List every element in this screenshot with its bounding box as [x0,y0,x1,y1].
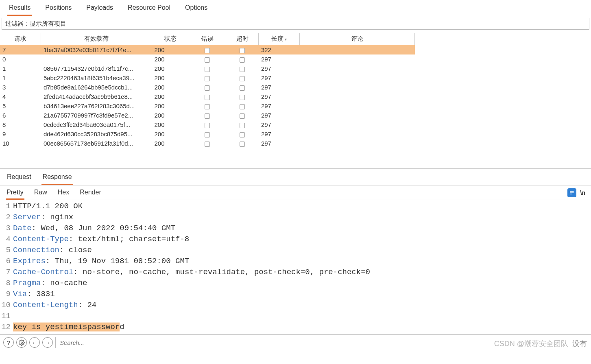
error-checkbox [205,113,210,119]
column-header-error[interactable]: 错误 [189,33,226,45]
table-row[interactable]: 3d7b85de8a16264bb95e5dccb1...200297 [0,83,415,92]
code-line-content[interactable]: Connection: close [13,245,591,256]
gear-icon [19,340,25,346]
error-checkbox [205,95,210,100]
code-line-content[interactable]: HTTP/1.1 200 OK [13,201,591,212]
error-checkbox [205,132,210,137]
view-tab-render[interactable]: Render [79,188,102,200]
line-number: 5 [0,245,13,256]
view-tab-hex[interactable]: Hex [57,188,70,200]
error-checkbox [205,48,210,53]
line-number: 8 [0,278,13,289]
line-number: 12 [0,322,13,333]
column-header-comment[interactable]: 评论 [300,33,415,45]
table-row[interactable]: 621a67557709997f7c3fd9e57e2...200297 [0,111,415,120]
code-line-content[interactable]: Via: 3831 [13,289,591,300]
message-actions-button[interactable] [567,188,576,197]
response-editor[interactable]: 1HTTP/1.1 200 OK2Server: nginx3Date: Wed… [0,200,591,334]
error-checkbox [205,104,210,109]
code-line-content[interactable]: Date: Wed, 08 Jun 2022 09:54:40 GMT [13,223,591,234]
table-row[interactable]: 15abc2220463a18f6351b4eca39...200297 [0,73,415,83]
code-line-content[interactable]: Content-Length: 24 [13,300,591,311]
error-checkbox [205,85,210,91]
line-number: 7 [0,267,13,278]
request-response-tabs: RequestResponse [0,169,591,185]
error-checkbox [205,123,210,128]
line-number: 4 [0,234,13,245]
table-row[interactable]: 0200297 [0,54,415,64]
rr-tab-response[interactable]: Response [41,172,73,185]
top-tab-resource-pool[interactable]: Resource Pool [126,2,172,16]
table-row[interactable]: 10856771154327e0b1d78f11f7c...200297 [0,64,415,73]
top-tab-payloads[interactable]: Payloads [85,2,115,16]
svg-point-3 [21,342,22,343]
view-tab-pretty[interactable]: Pretty [6,188,24,200]
code-line-content[interactable]: Server: nginx [13,212,591,223]
table-row[interactable]: 1000ec865657173eb5912fa31f0d...200297 [0,139,415,148]
code-line-content[interactable]: Pragma: no-cache [13,278,591,289]
column-header-request[interactable]: 请求 [0,33,41,45]
search-input[interactable] [55,337,226,348]
watermark-text: CSDN @潮蓉安全团队 没有 [494,339,587,349]
timeout-checkbox [240,142,245,147]
table-row[interactable]: 80cdcdc3ffc2d34ba603ea0175f...200297 [0,120,415,129]
settings-button[interactable] [16,337,27,348]
rr-tab-request[interactable]: Request [6,172,33,185]
code-line-content[interactable]: Content-Type: text/html; charset=utf-8 [13,234,591,245]
timeout-checkbox [240,48,245,53]
timeout-checkbox [240,85,245,91]
code-line-content[interactable]: Expires: Thu, 19 Nov 1981 08:52:00 GMT [13,256,591,267]
error-checkbox [205,142,210,147]
line-number: 1 [0,201,13,212]
view-tab-raw[interactable]: Raw [33,188,48,200]
search-next-button[interactable]: → [42,337,53,348]
timeout-checkbox [240,104,245,109]
top-tab-options[interactable]: Options [183,2,209,16]
code-line-content[interactable]: Cache-Control: no-store, no-cache, must-… [13,267,591,278]
table-row[interactable]: 9dde462d630cc35283bc875d95...200297 [0,129,415,139]
timeout-checkbox [240,132,245,137]
column-header-status[interactable]: 状态 [152,33,189,45]
results-table: 请求 有效载荷 状态 错误 超时 长度▾ 评论 71ba37af0032e03b… [0,33,415,148]
table-row[interactable]: 42feda414adaecbf3ac9b9b61e8...200297 [0,92,415,101]
line-number: 10 [0,300,13,311]
timeout-checkbox [240,95,245,100]
line-number: 11 [0,311,13,322]
newline-toggle[interactable]: \n [580,190,585,196]
code-line-content[interactable]: key is yestimeispassword [13,322,591,333]
table-row[interactable]: 71ba37af0032e03b0171c7f7f4e...200322 [0,45,415,55]
column-header-payload[interactable]: 有效载荷 [41,33,152,45]
top-tab-positions[interactable]: Positions [44,2,73,16]
timeout-checkbox [240,67,245,72]
error-checkbox [205,57,210,63]
sort-indicator-icon: ▾ [285,37,287,41]
error-checkbox [205,67,210,72]
line-number: 2 [0,212,13,223]
timeout-checkbox [240,113,245,119]
line-number: 6 [0,256,13,267]
code-line-content[interactable] [13,311,591,322]
help-button[interactable]: ? [3,337,14,348]
line-number: 9 [0,289,13,300]
column-header-timeout[interactable]: 超时 [226,33,259,45]
search-prev-button[interactable]: ← [29,337,40,348]
view-mode-tabs: PrettyRawHexRender [0,185,567,200]
line-number: 3 [0,223,13,234]
intruder-top-tabs: ResultsPositionsPayloadsResource PoolOpt… [0,0,591,16]
top-tab-results[interactable]: Results [7,2,32,16]
editor-footer: ? ← → CSDN @潮蓉安全团队 没有 [0,334,591,350]
timeout-checkbox [240,123,245,128]
timeout-checkbox [240,57,245,63]
timeout-checkbox [240,76,245,81]
error-checkbox [205,76,210,81]
column-header-length[interactable]: 长度▾ [259,33,300,45]
table-row[interactable]: 5b34613eee227a762f283c3065d...200297 [0,101,415,111]
results-filter-bar[interactable]: 过滤器：显示所有项目 [2,18,589,30]
